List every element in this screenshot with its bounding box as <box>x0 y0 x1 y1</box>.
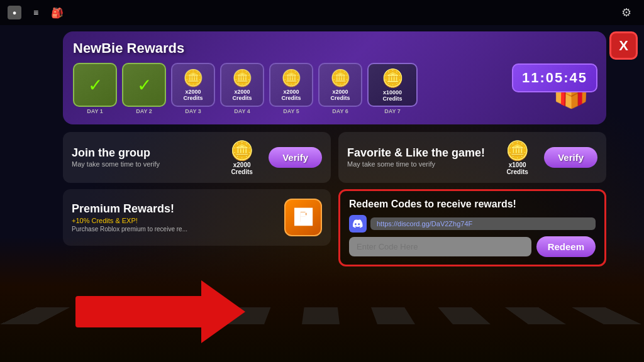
coin-icon-7: 🪙 <box>382 68 404 89</box>
day-3-credits: x2000Credits <box>183 89 203 102</box>
day-3-box: 🪙 x2000Credits <box>171 63 215 107</box>
fav-coin-icon: 🪙 <box>506 140 529 162</box>
join-group-title: Join the group <box>72 147 215 160</box>
code-input-row: Redeem <box>349 236 596 257</box>
day-5-credits: x2000Credits <box>281 89 301 102</box>
premium-icon: 🅿 <box>284 199 322 236</box>
bag-icon: 🎒 <box>50 6 64 19</box>
bottom-row: Join the group May take some time to ver… <box>63 132 606 266</box>
code-input-field[interactable] <box>349 237 531 256</box>
day-1-label: DAY 1 <box>87 108 103 114</box>
day-4-box: 🪙 x2000Credits <box>220 63 264 107</box>
close-label: X <box>619 38 628 54</box>
menu-icon[interactable]: ≡ <box>29 6 43 19</box>
coin-icon-4: 🪙 <box>232 69 252 88</box>
top-bar: ● ≡ 🎒 ⚙ <box>0 0 644 25</box>
top-bar-icons: ● ≡ 🎒 <box>8 6 64 19</box>
join-group-verify-button[interactable]: Verify <box>269 147 322 168</box>
day-1-box: ✓ <box>73 63 117 107</box>
newbie-rewards-panel: NewBie Rewards ✓ DAY 1 ✓ DAY 2 🪙 x20 <box>63 31 606 124</box>
favorite-title: Favorite & Like the game! <box>347 147 491 160</box>
close-button[interactable]: X <box>609 31 638 60</box>
discord-svg <box>353 219 363 228</box>
coin-icon-3: 🪙 <box>183 69 203 88</box>
premium-symbol: 🅿 <box>294 207 312 228</box>
premium-bonus: +10% Credits & EXP! <box>72 217 278 224</box>
arrow-head <box>201 280 245 343</box>
red-arrow <box>75 280 245 343</box>
gear-icon[interactable]: ⚙ <box>619 5 634 20</box>
favorite-verify-button[interactable]: Verify <box>544 147 597 168</box>
day-4-item: 🪙 x2000Credits DAY 4 <box>220 63 264 114</box>
day-5-box: 🪙 x2000Credits <box>269 63 313 107</box>
newbie-title: NewBie Rewards <box>73 40 596 57</box>
arrow-body <box>75 296 201 327</box>
premium-section: Premium Rewards! +10% Credits & EXP! Pur… <box>63 189 331 246</box>
discord-icon <box>349 215 367 233</box>
redeem-button[interactable]: Redeem <box>536 236 596 257</box>
join-group-credits: 🪙 x2000Credits <box>221 140 262 175</box>
favorite-subtitle: May take some time to verify <box>347 160 491 168</box>
day-2-box: ✓ <box>122 63 166 107</box>
day-7-label: DAY 7 <box>384 108 401 114</box>
favorite-text: Favorite & Like the game! May take some … <box>347 147 491 168</box>
day-2-label: DAY 2 <box>136 108 152 114</box>
discord-row: https://discord.gg/DaV2Zhg74F <box>349 215 596 233</box>
join-group-text: Join the group May take some time to ver… <box>72 147 215 168</box>
day-6-box: 🪙 x2000Credits <box>318 63 362 107</box>
redeem-title: Redeem Codes to receive rewards! <box>349 199 596 210</box>
day-2-item: ✓ DAY 2 <box>122 63 166 114</box>
day-7-item: 🪙 x10000Credits DAY 7 <box>367 63 418 114</box>
day-4-label: DAY 4 <box>234 108 250 114</box>
day-3-label: DAY 3 <box>185 108 201 114</box>
main-panel: NewBie Rewards ✓ DAY 1 ✓ DAY 2 🪙 x20 <box>63 31 606 266</box>
day-6-label: DAY 6 <box>332 108 348 114</box>
redeem-section: Redeem Codes to receive rewards! https:/… <box>338 189 606 266</box>
premium-desc: Purchase Roblox premium to receive re... <box>72 226 278 233</box>
coin-icon-5: 🪙 <box>281 69 301 88</box>
check-icon-1: ✓ <box>88 75 103 96</box>
day-5-item: 🪙 x2000Credits DAY 5 <box>269 63 313 114</box>
join-credits-label: x2000Credits <box>231 162 252 175</box>
fav-credits-label: x1000Credits <box>506 162 528 175</box>
premium-title: Premium Rewards! <box>72 202 278 216</box>
day-6-credits: x2000Credits <box>330 89 350 102</box>
discord-link[interactable]: https://discord.gg/DaV2Zhg74F <box>370 217 596 230</box>
day-6-item: 🪙 x2000Credits DAY 6 <box>318 63 362 114</box>
day-3-item: 🪙 x2000Credits DAY 3 <box>171 63 215 114</box>
day-1-item: ✓ DAY 1 <box>73 63 117 114</box>
day-4-credits: x2000Credits <box>232 89 252 102</box>
right-column: Favorite & Like the game! May take some … <box>338 132 606 266</box>
day-7-credits: x10000Credits <box>382 90 402 102</box>
check-icon-2: ✓ <box>137 75 152 96</box>
favorite-credits: 🪙 x1000Credits <box>497 140 538 175</box>
join-coin-icon: 🪙 <box>230 140 253 162</box>
join-group-subtitle: May take some time to verify <box>72 160 215 168</box>
day-5-label: DAY 5 <box>283 108 299 114</box>
premium-text: Premium Rewards! +10% Credits & EXP! Pur… <box>72 202 278 233</box>
join-group-section: Join the group May take some time to ver… <box>63 132 331 183</box>
day-7-box: 🪙 x10000Credits <box>367 63 418 107</box>
favorite-section: Favorite & Like the game! May take some … <box>338 132 606 183</box>
timer-display: 11:05:45 <box>512 63 597 92</box>
roblox-icon: ● <box>8 6 21 19</box>
left-column: Join the group May take some time to ver… <box>63 132 331 266</box>
coin-icon-6: 🪙 <box>330 69 350 88</box>
